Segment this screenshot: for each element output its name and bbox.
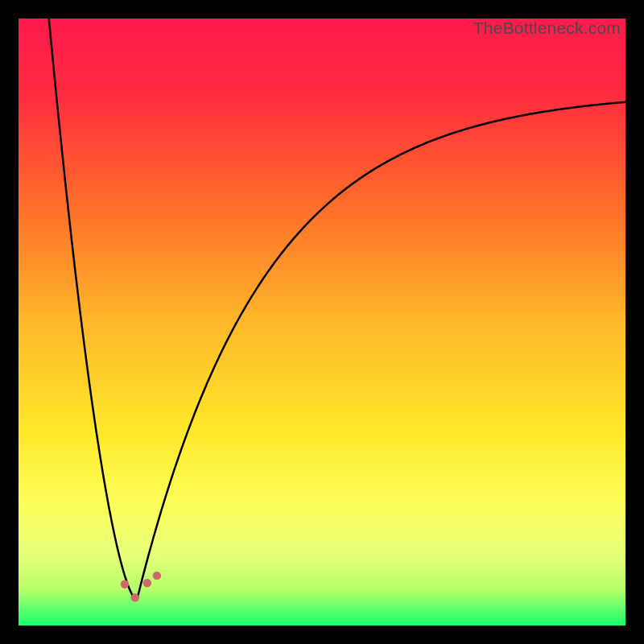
watermark-label: TheBottleneck.com: [473, 19, 621, 38]
bottleneck-chart-canvas: [19, 19, 625, 625]
chart-frame: TheBottleneck.com: [19, 19, 625, 625]
